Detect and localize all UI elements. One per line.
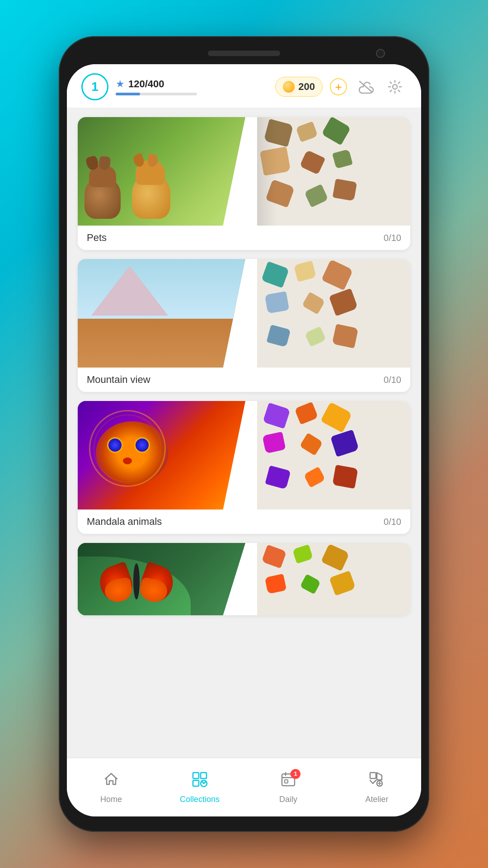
- nav-label-daily: Daily: [279, 795, 297, 804]
- svg-rect-3: [193, 780, 199, 786]
- svg-rect-6: [285, 780, 288, 783]
- mandala-card-footer: Mandala animals 0/10: [78, 509, 410, 534]
- collection-card-mountain[interactable]: Mountain view 0/10: [78, 259, 410, 392]
- home-icon: [103, 771, 120, 792]
- speaker: [208, 51, 280, 56]
- nav-item-daily[interactable]: 1 Daily: [244, 758, 333, 816]
- phone-shell: 1 ★ 120/400 200 +: [59, 36, 429, 832]
- pets-card-footer: Pets 0/10: [78, 226, 410, 250]
- collections-content: Pets 0/10: [67, 108, 421, 758]
- camera: [376, 49, 385, 58]
- svg-rect-2: [201, 773, 206, 778]
- mountain-card-progress: 0/10: [384, 375, 401, 385]
- coins-section: 200: [275, 77, 323, 97]
- collection-card-pets[interactable]: Pets 0/10: [78, 117, 410, 250]
- collection-card-butterfly[interactable]: [78, 543, 410, 615]
- header-icons: [354, 75, 407, 99]
- nav-label-collections: Collections: [180, 795, 220, 804]
- bottom-navigation: Home Collections: [67, 758, 421, 816]
- butterfly-pieces: [257, 543, 410, 615]
- collection-card-mandala[interactable]: Mandala animals 0/10: [78, 401, 410, 534]
- svg-point-0: [393, 85, 397, 89]
- butterfly-card-image: [78, 543, 410, 615]
- atelier-icon: [368, 771, 385, 792]
- mandala-pieces: [257, 401, 410, 509]
- mandala-card-image: [78, 401, 410, 509]
- star-icon: ★: [116, 78, 125, 90]
- mandala-card-progress: 0/10: [384, 517, 401, 527]
- pets-pieces: [257, 117, 410, 226]
- mountain-card-footer: Mountain view 0/10: [78, 368, 410, 392]
- coins-text: 200: [298, 81, 315, 93]
- xp-bar-container: [116, 93, 197, 95]
- nav-label-home: Home: [100, 795, 122, 804]
- mountain-pieces: [257, 259, 410, 368]
- butterfly-left-image: [78, 543, 264, 615]
- mountain-card-title: Mountain view: [87, 374, 150, 386]
- settings-button[interactable]: [383, 75, 407, 99]
- mountain-card-image: [78, 259, 410, 368]
- nav-item-atelier[interactable]: Atelier: [333, 758, 421, 816]
- nav-item-home[interactable]: Home: [67, 758, 155, 816]
- header: 1 ★ 120/400 200 +: [67, 64, 421, 108]
- xp-bar-fill: [116, 93, 140, 95]
- mountain-left-image: [78, 259, 264, 368]
- pets-card-image: [78, 117, 410, 226]
- svg-rect-7: [370, 773, 376, 778]
- daily-icon: 1: [280, 771, 297, 792]
- xp-row: ★ 120/400: [116, 78, 268, 90]
- collections-icon: [191, 771, 208, 792]
- xp-section: ★ 120/400: [116, 78, 268, 95]
- phone-screen: 1 ★ 120/400 200 +: [67, 64, 421, 816]
- mandala-left-image: [78, 401, 264, 509]
- pets-card-progress: 0/10: [384, 233, 401, 243]
- level-badge: 1: [81, 73, 108, 100]
- daily-badge: 1: [291, 769, 300, 779]
- svg-rect-1: [193, 773, 199, 778]
- phone-notch: [67, 44, 421, 62]
- mandala-card-title: Mandala animals: [87, 516, 162, 528]
- pets-card-title: Pets: [87, 232, 107, 244]
- xp-text: 120/400: [128, 78, 164, 90]
- cloud-off-button[interactable]: [354, 75, 378, 99]
- coin-icon: [283, 81, 295, 93]
- nav-label-atelier: Atelier: [365, 795, 388, 804]
- pets-left-image: [78, 117, 264, 226]
- nav-item-collections[interactable]: Collections: [155, 758, 244, 816]
- add-coins-button[interactable]: +: [330, 78, 347, 95]
